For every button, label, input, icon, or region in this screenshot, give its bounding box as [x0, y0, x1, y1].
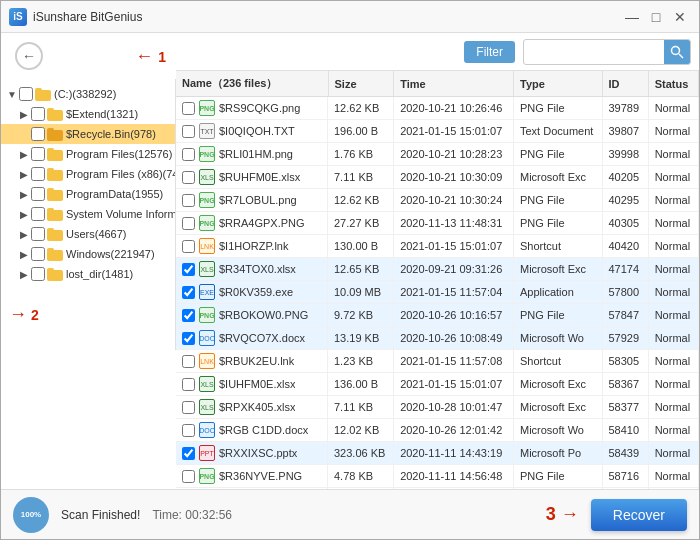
row-checkbox[interactable] — [182, 470, 195, 483]
sidebar-item-windows[interactable]: ▶ Windows(221947) — [1, 244, 175, 264]
row-checkbox[interactable] — [182, 309, 195, 322]
annotation-3-label: 3 — [546, 504, 556, 524]
file-id-cell: 58716 — [602, 465, 648, 488]
checkbox-lostdir[interactable] — [31, 267, 45, 281]
back-button[interactable]: ← — [15, 42, 43, 70]
row-checkbox[interactable] — [182, 378, 195, 391]
checkbox-pfx86[interactable] — [31, 167, 45, 181]
file-size-cell: 1.76 KB — [328, 143, 394, 166]
file-name-text: $IUHFM0E.xlsx — [219, 378, 295, 390]
maximize-button[interactable]: □ — [645, 6, 667, 28]
row-checkbox[interactable] — [182, 217, 195, 230]
file-type-icon: PNG — [199, 215, 215, 231]
file-type-cell: Text Document — [513, 120, 602, 143]
table-row: LNK$I1HORZP.lnk130.00 B2021-01-15 15:01:… — [176, 235, 699, 258]
file-name-text: $R7LOBUL.png — [219, 194, 297, 206]
file-name-cell: XLS$RUHFM0E.xlsx — [176, 166, 328, 188]
sidebar-item-c-drive[interactable]: ▼ (C:)(338292) — [1, 84, 175, 104]
table-row: TXT$I0QIQOH.TXT196.00 B2021-01-15 15:01:… — [176, 120, 699, 143]
file-id-cell: 58367 — [602, 373, 648, 396]
tree-toggle-windows[interactable]: ▶ — [17, 247, 31, 261]
file-name-cell: LNK$RBUK2EU.lnk — [176, 350, 328, 372]
row-checkbox[interactable] — [182, 447, 195, 460]
annotation-arrow-3: 3 → — [546, 504, 579, 525]
sidebar-item-svi[interactable]: ▶ System Volume Information(6) — [1, 204, 175, 224]
table-row: DOC$RGB C1DD.docx12.02 KB2020-10-26 12:0… — [176, 419, 699, 442]
sidebar-header: ← ← 1 — [1, 33, 176, 79]
file-status-cell: Normal — [648, 327, 698, 350]
file-id-cell: 58410 — [602, 419, 648, 442]
file-name-cell: DOC$RGB C1DD.docx — [176, 419, 328, 441]
row-checkbox[interactable] — [182, 286, 195, 299]
file-type-icon: LNK — [199, 238, 215, 254]
sidebar-item-programfiles[interactable]: ▶ Program Files(12576) — [1, 144, 175, 164]
main-content: ← ← 1 ▼ (C:)(338292) ▶ $Extend(1321) — [1, 33, 699, 489]
tree-toggle-users[interactable]: ▶ — [17, 227, 31, 241]
row-checkbox[interactable] — [182, 240, 195, 253]
folder-icon-recycle — [47, 128, 63, 141]
row-checkbox[interactable] — [182, 332, 195, 345]
sidebar-item-recycle[interactable]: $Recycle.Bin(978) — [1, 124, 175, 144]
file-type-cell: Microsoft Wo — [513, 327, 602, 350]
file-type-cell: PNG File — [513, 304, 602, 327]
file-type-icon: PNG — [199, 100, 215, 116]
left-panel: ← ← 1 ▼ (C:)(338292) ▶ $Extend(1321) — [1, 33, 176, 489]
folder-icon-lostdir — [47, 268, 63, 281]
minimize-button[interactable]: — — [621, 6, 643, 28]
row-checkbox[interactable] — [182, 263, 195, 276]
checkbox-windows[interactable] — [31, 247, 45, 261]
sidebar-item-programdata[interactable]: ▶ ProgramData(1955) — [1, 184, 175, 204]
table-row: XLS$R34TOX0.xlsx12.65 KB2020-09-21 09:31… — [176, 258, 699, 281]
file-id-cell: 57929 — [602, 327, 648, 350]
file-size-cell: 136.00 B — [328, 373, 394, 396]
file-id-cell: 57847 — [602, 304, 648, 327]
tree-toggle-svi[interactable]: ▶ — [17, 207, 31, 221]
sidebar-item-extend[interactable]: ▶ $Extend(1321) — [1, 104, 175, 124]
search-input[interactable] — [524, 42, 664, 62]
sidebar-item-lostdir[interactable]: ▶ lost_dir(1481) — [1, 264, 175, 284]
sidebar-label-windows: Windows(221947) — [66, 248, 155, 260]
filter-button[interactable]: Filter — [464, 41, 515, 63]
sidebar-item-pfx86[interactable]: ▶ Program Files (x86)(7470) — [1, 164, 175, 184]
row-checkbox[interactable] — [182, 355, 195, 368]
file-type-cell: Shortcut — [513, 235, 602, 258]
tree-toggle-pf[interactable]: ▶ — [17, 147, 31, 161]
tree-toggle-extend[interactable]: ▶ — [17, 107, 31, 121]
tree-toggle-pfx86[interactable]: ▶ — [17, 167, 31, 181]
checkbox-extend[interactable] — [31, 107, 45, 121]
row-checkbox[interactable] — [182, 102, 195, 115]
sidebar-label-pd: ProgramData(1955) — [66, 188, 163, 200]
tree-toggle-recycle[interactable] — [17, 127, 31, 141]
row-checkbox[interactable] — [182, 424, 195, 437]
file-name-cell: XLS$RPXK405.xlsx — [176, 396, 328, 418]
file-name-cell: EXE$R0KV359.exe — [176, 281, 328, 303]
checkbox-users[interactable] — [31, 227, 45, 241]
tree-toggle-pd[interactable]: ▶ — [17, 187, 31, 201]
row-checkbox[interactable] — [182, 125, 195, 138]
file-size-cell: 12.62 KB — [328, 97, 394, 120]
checkbox-pd[interactable] — [31, 187, 45, 201]
progress-inner: 100% — [18, 502, 44, 528]
close-button[interactable]: ✕ — [669, 6, 691, 28]
file-status-cell: Normal — [648, 419, 698, 442]
checkbox-c-drive[interactable] — [19, 87, 33, 101]
file-name-cell: XLS$IUHFM0E.xlsx — [176, 373, 328, 395]
file-type-cell: PNG File — [513, 143, 602, 166]
checkbox-recycle[interactable] — [31, 127, 45, 141]
tree-toggle-lostdir[interactable]: ▶ — [17, 267, 31, 281]
file-type-icon: TXT — [199, 123, 215, 139]
row-checkbox[interactable] — [182, 194, 195, 207]
sidebar-item-users[interactable]: ▶ Users(4667) — [1, 224, 175, 244]
row-checkbox[interactable] — [182, 401, 195, 414]
file-size-cell: 323.06 KB — [328, 442, 394, 465]
tree-toggle-c[interactable]: ▼ — [5, 87, 19, 101]
row-checkbox[interactable] — [182, 171, 195, 184]
file-size-cell: 196.00 B — [328, 120, 394, 143]
checkbox-svi[interactable] — [31, 207, 45, 221]
row-checkbox[interactable] — [182, 148, 195, 161]
checkbox-pf[interactable] — [31, 147, 45, 161]
progress-percent-label: 100% — [21, 510, 41, 519]
recover-button[interactable]: Recover — [591, 499, 687, 531]
file-status-cell: Normal — [648, 373, 698, 396]
search-button[interactable] — [664, 40, 690, 64]
